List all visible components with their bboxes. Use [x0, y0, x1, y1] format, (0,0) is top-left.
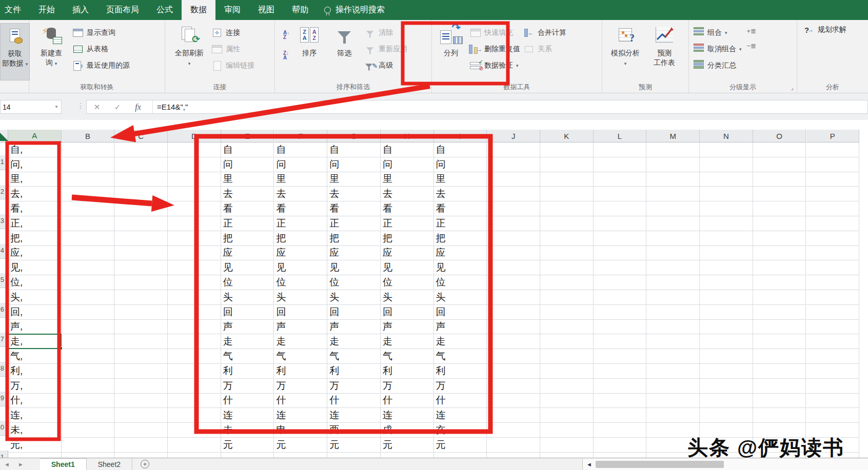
prev-sheet-icon[interactable]: ◄ — [0, 458, 14, 470]
forecast-sheet-button[interactable]: 预测工作表 — [646, 23, 682, 80]
remove-duplicates-button[interactable]: → 删除重复值 — [470, 43, 520, 56]
cell-c18[interactable] — [114, 394, 168, 408]
row-header[interactable]: 6 — [0, 303, 8, 318]
cell-k6[interactable] — [540, 216, 594, 231]
cell-j6[interactable] — [487, 216, 540, 231]
column-header-f[interactable]: F — [274, 130, 328, 142]
cell-n14[interactable] — [700, 334, 753, 349]
cell-n11[interactable] — [700, 290, 753, 305]
cell-l17[interactable] — [594, 379, 647, 394]
cell-l9[interactable] — [594, 260, 647, 275]
cell-i17[interactable]: 万 — [434, 379, 487, 394]
recent-sources-button[interactable]: ◷ 最近使用的源 — [72, 59, 130, 72]
cell-a8[interactable]: 应, — [8, 246, 62, 261]
cell-k3[interactable] — [540, 172, 594, 187]
cell-c7[interactable] — [114, 231, 168, 246]
cell-e20[interactable]: 未 — [221, 423, 274, 438]
cell-h10[interactable]: 位 — [381, 275, 434, 290]
cell-n7[interactable] — [700, 231, 753, 246]
cell-i20[interactable]: 亥 — [434, 423, 487, 438]
cell-i13[interactable]: 声 — [434, 320, 487, 335]
row-header[interactable]: 1 — [0, 155, 8, 170]
column-header-e[interactable]: E — [221, 130, 274, 142]
cell-n1[interactable] — [700, 142, 753, 157]
cell-j3[interactable] — [487, 172, 540, 187]
cell-n3[interactable] — [700, 172, 753, 187]
cell-f15[interactable]: 气 — [274, 349, 328, 364]
cell-b3[interactable] — [62, 172, 115, 187]
cell-p6[interactable] — [806, 216, 860, 231]
cell-p17[interactable] — [806, 379, 860, 394]
cell-j19[interactable] — [487, 408, 540, 423]
cell-c1[interactable] — [114, 142, 168, 157]
cell-l22[interactable] — [594, 453, 647, 458]
cell-o1[interactable] — [753, 142, 806, 157]
cell-b21[interactable] — [62, 438, 115, 453]
cell-e19[interactable]: 连 — [221, 408, 274, 423]
cell-d1[interactable] — [168, 142, 221, 157]
cell-h3[interactable]: 里 — [381, 172, 434, 187]
cell-e11[interactable]: 头 — [221, 290, 274, 305]
cell-k11[interactable] — [540, 290, 594, 305]
cell-f7[interactable]: 把 — [274, 231, 328, 246]
cell-h6[interactable]: 正 — [381, 216, 434, 231]
cell-g13[interactable]: 声 — [327, 320, 381, 335]
cell-d17[interactable] — [168, 379, 221, 394]
cell-j22[interactable] — [487, 453, 540, 458]
cell-p1[interactable] — [806, 142, 860, 157]
scrollbar-thumb[interactable] — [596, 461, 724, 468]
cell-n19[interactable] — [700, 408, 753, 423]
cell-a18[interactable]: 什, — [8, 394, 62, 408]
cell-i16[interactable]: 利 — [434, 364, 487, 379]
sort-button[interactable]: ZA AZ 排序 — [294, 23, 324, 80]
cell-n8[interactable] — [700, 246, 753, 261]
cell-k9[interactable] — [540, 260, 594, 275]
cell-j1[interactable] — [487, 142, 540, 157]
cell-o14[interactable] — [753, 334, 806, 349]
cell-n9[interactable] — [700, 260, 753, 275]
cell-m5[interactable] — [646, 201, 700, 216]
cell-b12[interactable] — [62, 305, 115, 320]
cell-l4[interactable] — [594, 187, 647, 201]
cell-a21[interactable]: 元, — [8, 438, 62, 453]
cell-a7[interactable]: 把, — [8, 231, 62, 246]
cell-m12[interactable] — [646, 305, 700, 320]
cell-b19[interactable] — [62, 408, 115, 423]
cell-j21[interactable] — [487, 438, 540, 453]
cell-h19[interactable]: 连 — [381, 408, 434, 423]
cell-o16[interactable] — [753, 364, 806, 379]
cell-g2[interactable]: 问 — [327, 157, 381, 172]
cell-k21[interactable] — [540, 438, 594, 453]
cell-d4[interactable] — [168, 187, 221, 201]
column-header-d[interactable]: D — [168, 130, 221, 142]
column-header-b[interactable]: B — [62, 130, 115, 142]
cell-f19[interactable]: 连 — [274, 408, 328, 423]
cell-i18[interactable]: 什 — [434, 394, 487, 408]
cell-e8[interactable]: 应 — [221, 246, 274, 261]
cell-l21[interactable] — [594, 438, 647, 453]
column-header-h[interactable]: H — [381, 130, 434, 142]
cell-i8[interactable]: 应 — [434, 246, 487, 261]
cell-j15[interactable] — [487, 349, 540, 364]
sort-descending-button[interactable]: Z↓A — [283, 49, 289, 62]
cell-p2[interactable] — [806, 157, 860, 172]
cell-b8[interactable] — [62, 246, 115, 261]
cell-l18[interactable] — [594, 394, 647, 408]
cell-n18[interactable] — [700, 394, 753, 408]
cell-n6[interactable] — [700, 216, 753, 231]
next-sheet-icon[interactable]: ► — [14, 458, 28, 470]
cell-f16[interactable]: 利 — [274, 364, 328, 379]
cell-o15[interactable] — [753, 349, 806, 364]
cell-d7[interactable] — [168, 231, 221, 246]
cell-m9[interactable] — [646, 260, 700, 275]
cell-k20[interactable] — [540, 423, 594, 438]
cell-k2[interactable] — [540, 157, 594, 172]
cell-b20[interactable] — [62, 423, 115, 438]
row-header[interactable]: 11 — [0, 451, 8, 458]
tell-me-search[interactable]: 操作说明搜索 — [317, 0, 392, 20]
cell-k18[interactable] — [540, 394, 594, 408]
outline-dialog-launcher-icon[interactable]: ⌟ — [791, 85, 794, 91]
cell-a12[interactable]: 回, — [8, 305, 62, 320]
cell-k14[interactable] — [540, 334, 594, 349]
cell-n2[interactable] — [700, 157, 753, 172]
